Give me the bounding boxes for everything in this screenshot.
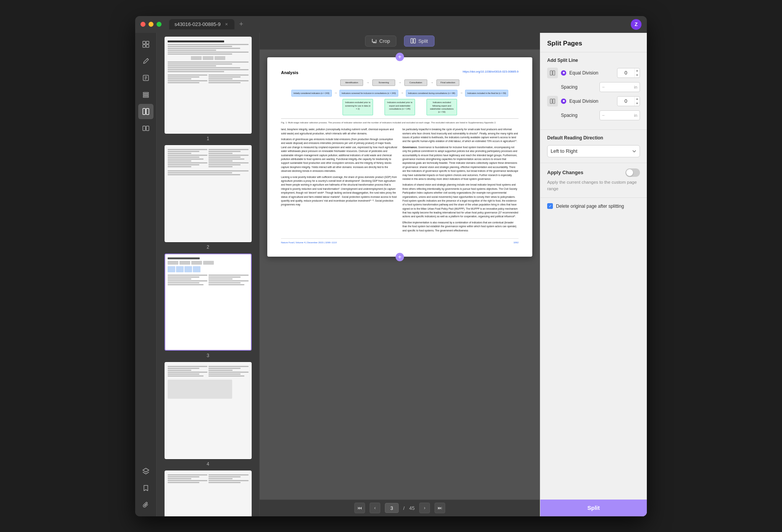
flow-detail-3: Indicators considered during consultatio…: [406, 90, 457, 97]
flowchart: Identification → Screening → Consultatio…: [281, 79, 519, 86]
sidebar-icon-bookmark[interactable]: [138, 480, 153, 496]
right-panel: Split Pages Add Split Line Equal Divisio…: [540, 33, 647, 516]
thumbnail-page-1[interactable]: 1: [160, 37, 255, 141]
reading-direction-section: Default Reading Direction Left to Right: [540, 130, 647, 163]
sidebar-icon-split[interactable]: [138, 104, 153, 119]
sidebar-icon-merge[interactable]: [138, 121, 153, 136]
maximize-button[interactable]: [157, 22, 162, 27]
sidebar-icon-annotate[interactable]: [138, 53, 153, 69]
radio-equal-div-1[interactable]: [561, 70, 566, 76]
equal-division-input-1[interactable]: 0 ▲ ▼: [617, 68, 640, 78]
svg-rect-1: [146, 41, 149, 44]
apply-changes-header: Apply Changes: [547, 168, 640, 177]
sidebar-icon-organize[interactable]: [138, 87, 153, 102]
sidebar-icon-thumbnails[interactable]: [138, 37, 153, 52]
flow-step-4: Final selection: [436, 79, 459, 86]
equal-division-input-2[interactable]: 0 ▲ ▼: [617, 96, 640, 106]
svg-rect-17: [414, 39, 415, 43]
minimize-button[interactable]: [149, 22, 153, 27]
sidebar-icon-layers[interactable]: [138, 464, 153, 479]
svg-rect-21: [553, 99, 555, 103]
eq-div-down-1[interactable]: ▼: [635, 73, 640, 78]
reading-direction-label: Default Reading Direction: [547, 135, 640, 141]
add-split-label: Add Split Line: [547, 58, 640, 63]
thumb-img-4: [165, 362, 252, 459]
bottom-nav: ⏮ ‹ 3 / 45 › ⏭: [260, 500, 540, 516]
tab-bar: s43016-023-00885-9 ✕ +: [169, 19, 628, 30]
sidebar-icon-attach[interactable]: [138, 497, 153, 513]
excluded-3: Indicators excluded following expert and…: [427, 99, 457, 115]
crop-label: Crop: [379, 38, 390, 44]
journal-left: Nature Food | Volume 4 | December 2023 |…: [281, 241, 337, 244]
split-line-bottom[interactable]: +: [396, 253, 404, 261]
col1-para1: land, biosphere integrity, water, pollut…: [281, 128, 397, 136]
spacing-row-2: Spacing − in: [547, 110, 640, 120]
doi-link[interactable]: https://doi.org/10.1038/s43016-023-00885…: [463, 70, 519, 74]
fig-caption: Fig. 1: Multi-stage indicator selection …: [281, 118, 519, 125]
tab-document[interactable]: s43016-023-00885-9 ✕: [169, 19, 234, 29]
svg-rect-8: [143, 92, 149, 94]
delete-section: ✓ Delete original page after splitting: [540, 198, 647, 214]
col2-para1: be particularly impactful in breaking th…: [402, 128, 519, 144]
spacing-input-1[interactable]: − in: [599, 82, 640, 92]
nav-last-button[interactable]: ⏭: [435, 503, 445, 513]
thumb-img-2: [165, 145, 252, 242]
eq-div-up-2[interactable]: ▲: [635, 97, 640, 101]
svg-rect-9: [143, 94, 149, 95]
col1: land, biosphere integrity, water, pollut…: [281, 128, 397, 234]
crop-button[interactable]: Crop: [365, 36, 396, 47]
svg-rect-10: [143, 96, 149, 97]
delete-checkbox[interactable]: ✓: [547, 203, 553, 209]
col2-para4: Effective implementation is also measure…: [402, 221, 519, 233]
page-input[interactable]: 3: [385, 503, 399, 513]
thumbnail-page-2[interactable]: 2: [160, 145, 255, 250]
split-action-button[interactable]: Split: [540, 500, 647, 516]
two-col-text: land, biosphere integrity, water, pollut…: [281, 128, 519, 234]
close-button[interactable]: [141, 22, 145, 27]
spacing-input-2[interactable]: − in: [599, 110, 640, 120]
flow-detail-4: Indicators included in the final list (n…: [465, 90, 508, 97]
journal-footer: Nature Food | Volume 4 | December 2023 |…: [281, 238, 519, 244]
sidebar-icon-edit[interactable]: [138, 70, 153, 86]
svg-rect-2: [143, 45, 145, 47]
apply-changes-title: Apply Changes: [547, 170, 583, 175]
flow-detail-1: Initially considered indicators (n = 243…: [291, 90, 332, 97]
left-sidebar: [135, 33, 157, 516]
split-icon-1: [547, 68, 558, 78]
eq-div-down-2[interactable]: ▼: [635, 101, 640, 106]
thumbnail-panel[interactable]: 1 2: [157, 33, 260, 516]
tab-close-icon[interactable]: ✕: [224, 22, 229, 27]
svg-rect-20: [550, 99, 552, 103]
add-split-section: Add Split Line Equal Division 0 ▲ ▼: [540, 52, 647, 130]
split-row-1: Equal Division 0 ▲ ▼: [547, 68, 640, 78]
equal-division-label-2: Equal Division: [569, 99, 614, 104]
svg-rect-11: [143, 108, 145, 115]
spacing-unit-2: in: [634, 113, 637, 118]
nav-first-button[interactable]: ⏮: [354, 503, 365, 513]
nav-next-button[interactable]: ›: [419, 503, 430, 513]
thumb-img-3: [165, 254, 252, 351]
nav-prev-button[interactable]: ‹: [370, 503, 380, 513]
spacing-minus-2: −: [602, 113, 605, 118]
split-button-toolbar[interactable]: Split: [404, 36, 434, 47]
delete-label: Delete original page after splitting: [556, 204, 640, 209]
thumbnail-page-3[interactable]: 3: [160, 254, 255, 358]
main-area: 1 2: [135, 33, 647, 516]
eq-div-up-1[interactable]: ▲: [635, 68, 640, 73]
thumbnail-page-4[interactable]: 4: [160, 362, 255, 467]
apply-changes-toggle[interactable]: [625, 168, 640, 177]
thumbnail-page-5[interactable]: 5: [160, 471, 255, 516]
apply-changes-desc: Apply the current changes to the custom …: [547, 179, 640, 192]
total-pages: 45: [409, 505, 415, 511]
thumb-label-1: 1: [207, 136, 209, 141]
radio-equal-div-2[interactable]: [561, 99, 566, 104]
col2-para3: Indicators of shared vision and strategi…: [402, 183, 519, 219]
split-row-2: Equal Division 0 ▲ ▼: [547, 96, 640, 107]
split-line-top[interactable]: +: [396, 53, 404, 61]
reading-direction-select[interactable]: Left to Right: [547, 145, 640, 157]
svg-rect-16: [411, 39, 413, 43]
new-tab-button[interactable]: +: [236, 19, 247, 30]
excluded-1: Indicators excluded prior to screening f…: [343, 99, 373, 115]
delete-row: ✓ Delete original page after splitting: [547, 203, 640, 209]
doc-content[interactable]: + Analysis https://doi.org/10.1038/s4301…: [260, 50, 540, 500]
